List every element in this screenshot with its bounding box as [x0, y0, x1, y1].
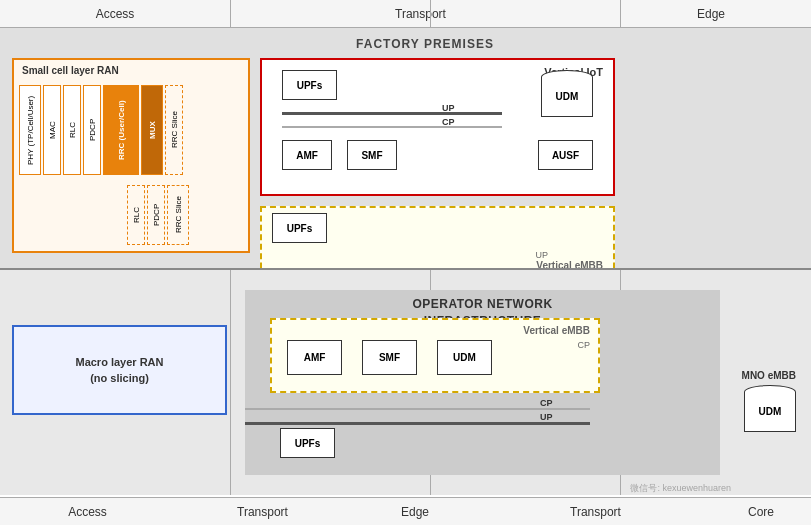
cp-label-iot: CP	[442, 117, 455, 127]
amf-iot: AMF	[282, 140, 332, 170]
ran-strips-lower: RLC PDCP RRC Slice	[127, 185, 189, 245]
cp-text-lower: CP	[540, 398, 553, 408]
udm-lower: UDM	[437, 340, 492, 375]
diagram: Access Transport Edge FACTORY PREMISES S…	[0, 0, 811, 525]
udm-mno-container: UDM	[744, 385, 796, 432]
vertical-iot-box: Vertical IoT UPFs UP CP AMF SMF UDM AUSF	[260, 58, 615, 196]
udm-iot-container: UDM	[541, 70, 593, 117]
up-text-lower: UP	[540, 412, 553, 422]
strip-pdcp2: PDCP	[147, 185, 165, 245]
ausf-iot: AUSF	[538, 140, 593, 170]
cp-line-lower	[245, 408, 590, 410]
vertical-embb-lower-box: Vertical eMBB CP AMF SMF UDM	[270, 318, 600, 393]
top-zone-bar: Access Transport Edge	[0, 0, 811, 28]
macro-ran-box: Macro layer RAN(no slicing)	[12, 325, 227, 415]
up-line-lower	[245, 422, 590, 425]
zone-edge-bottom: Edge	[350, 505, 480, 519]
strip-rrc-user: RRC (User/Cell)	[103, 85, 139, 175]
up-label-iot: UP	[442, 103, 455, 113]
lower-section: OPERATOR NETWORKINFRASTRUCTURE Macro lay…	[0, 270, 811, 495]
zone-core-bottom: Core	[711, 505, 811, 519]
cp-line-iot	[282, 126, 502, 128]
upfs-embb-upper: UPFs	[272, 213, 327, 243]
strip-phy: PHY (TP/Cell/User)	[19, 85, 41, 175]
strip-rrc-slice-upper: RRC Slice	[165, 85, 183, 175]
zone-edge-top: Edge	[611, 7, 811, 21]
strip-pdcp1: PDCP	[83, 85, 101, 175]
up-label-embb-upper: UP	[535, 250, 548, 260]
factory-label: FACTORY PREMISES	[250, 36, 600, 53]
divider-b1	[230, 270, 231, 495]
ran-strips-upper: PHY (TP/Cell/User) MAC RLC PDCP RRC (Use…	[19, 85, 183, 175]
udm-iot-body: UDM	[541, 77, 593, 117]
amf-lower: AMF	[287, 340, 342, 375]
macro-ran-label: Macro layer RAN(no slicing)	[75, 354, 163, 387]
smf-lower: SMF	[362, 340, 417, 375]
upper-section: FACTORY PREMISES Small cell layer RAN PH…	[0, 28, 811, 268]
upfs-iot: UPFs	[282, 70, 337, 100]
vertical-embb-lower-label: Vertical eMBB	[523, 325, 590, 336]
strip-mac: MAC	[43, 85, 61, 175]
zone-transport-bottom2: Transport	[480, 505, 711, 519]
strip-rlc2: RLC	[127, 185, 145, 245]
strip-mux: MUX	[141, 85, 163, 175]
zone-access-bottom: Access	[0, 505, 175, 519]
smf-iot: SMF	[347, 140, 397, 170]
zone-transport-top: Transport	[230, 7, 611, 21]
strip-rlc1: RLC	[63, 85, 81, 175]
up-line-iot	[282, 112, 502, 115]
upfs-lower: UPFs	[280, 428, 335, 458]
strip-rrc-slice-lower: RRC Slice	[167, 185, 189, 245]
bottom-zone-bar: Access Transport Edge Transport Core	[0, 497, 811, 525]
watermark: 微信号: kexuewenhuaren	[630, 482, 731, 495]
cp-label-embb-lower: CP	[577, 340, 590, 350]
mno-embb-label: MNO eMBB	[742, 370, 796, 381]
udm-mno-body: UDM	[744, 392, 796, 432]
zone-access-top: Access	[0, 7, 230, 21]
small-cell-label: Small cell layer RAN	[22, 65, 119, 76]
zone-transport-bottom: Transport	[175, 505, 350, 519]
small-cell-ran-box: Small cell layer RAN PHY (TP/Cell/User) …	[12, 58, 250, 253]
